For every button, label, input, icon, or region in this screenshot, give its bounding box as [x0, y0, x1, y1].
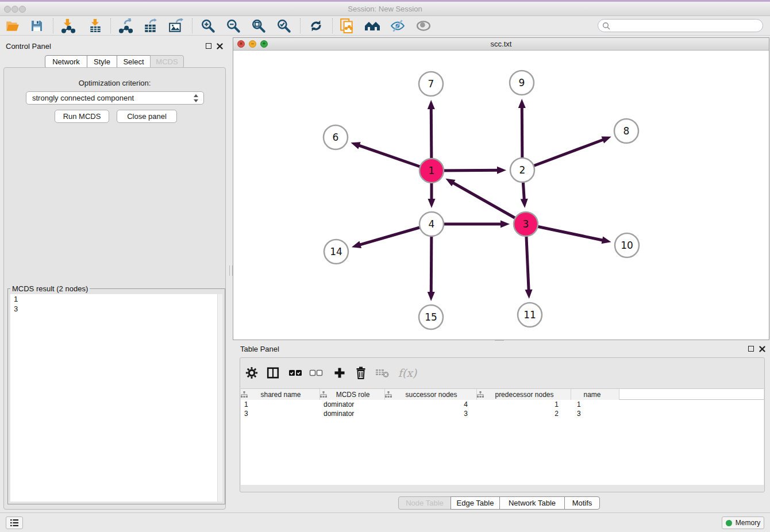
- mcds-result-line: 1: [10, 294, 222, 304]
- zoom-in-icon[interactable]: [200, 18, 216, 34]
- network-canvas[interactable]: 7968124314101511: [233, 51, 769, 340]
- toolbar-separator: [53, 18, 53, 33]
- node-9[interactable]: 9: [510, 71, 534, 95]
- add-column-icon[interactable]: [331, 364, 348, 381]
- column-header-label: successor nodes: [392, 391, 476, 399]
- table-cell: 1: [241, 400, 320, 409]
- node-table: shared nameMCDS rolesuccessor nodesprede…: [241, 388, 764, 485]
- list-icon: [10, 519, 19, 527]
- column-header-name[interactable]: name: [571, 389, 619, 400]
- tab-select[interactable]: Select: [117, 55, 151, 68]
- column-header-successor-nodes[interactable]: successor nodes: [385, 389, 477, 400]
- node-label: 2: [519, 164, 526, 176]
- tab-motifs[interactable]: Motifs: [564, 496, 600, 510]
- tab-style[interactable]: Style: [87, 55, 117, 68]
- table-toolbar: f(x): [240, 358, 764, 387]
- export-image-icon[interactable]: [168, 18, 184, 34]
- table-cell: 1: [477, 400, 571, 409]
- table-panel: Table Panel: [233, 342, 769, 511]
- node-6[interactable]: 6: [324, 125, 348, 149]
- column-type-icon: [385, 391, 392, 398]
- search-icon: [602, 22, 610, 30]
- close-panel-button[interactable]: Close panel: [117, 110, 177, 123]
- memory-status-dot: [726, 520, 732, 526]
- column-header-predecessor-nodes[interactable]: predecessor nodes: [477, 389, 571, 400]
- table-row[interactable]: 3dominator323: [241, 409, 764, 418]
- tab-network[interactable]: Network: [45, 55, 87, 68]
- delete-column-icon[interactable]: [352, 364, 369, 381]
- deselect-all-checkboxes-icon[interactable]: [307, 364, 325, 381]
- column-header-MCDS-role[interactable]: MCDS role: [320, 389, 385, 400]
- run-mcds-button[interactable]: Run MCDS: [55, 110, 109, 123]
- node-1[interactable]: 1: [419, 159, 444, 183]
- function-builder-icon[interactable]: f(x): [395, 364, 419, 381]
- zoom-selected-icon[interactable]: [276, 18, 292, 34]
- mcds-result-line: 3: [10, 304, 222, 314]
- network-window-titlebar[interactable]: × − + scc.txt: [233, 38, 769, 51]
- hide-eye-icon[interactable]: [390, 18, 406, 34]
- column-type-icon: [477, 391, 484, 398]
- node-label: 6: [333, 132, 339, 143]
- status-bar: Memory: [0, 512, 770, 532]
- refresh-icon[interactable]: [308, 18, 324, 34]
- edge-3-1[interactable]: [445, 179, 526, 224]
- export-table-icon[interactable]: [143, 18, 159, 34]
- copy-network-icon[interactable]: [339, 18, 355, 34]
- float-table-panel-icon[interactable]: [748, 346, 754, 352]
- memory-button[interactable]: Memory: [722, 516, 764, 529]
- mcds-result-group: MCDS result (2 nodes) 13: [7, 284, 225, 504]
- node-14[interactable]: 14: [324, 240, 348, 264]
- node-3[interactable]: 3: [514, 212, 538, 236]
- column-type-icon: [241, 391, 248, 398]
- tab-edge-table[interactable]: Edge Table: [451, 496, 500, 510]
- import-network-icon[interactable]: [60, 18, 76, 34]
- zoom-out-icon[interactable]: [225, 18, 241, 34]
- tab-node-table[interactable]: Node Table: [398, 496, 451, 510]
- node-15[interactable]: 15: [419, 305, 443, 329]
- settings-gear-icon[interactable]: [243, 364, 260, 381]
- node-10[interactable]: 10: [615, 233, 639, 257]
- node-11[interactable]: 11: [518, 303, 542, 327]
- column-header-shared-name[interactable]: shared name: [241, 389, 320, 400]
- edge-2-8[interactable]: [522, 136, 611, 170]
- table-cell: 1: [571, 400, 619, 409]
- table-cell: 3: [385, 409, 477, 418]
- delete-table-icon[interactable]: [374, 364, 391, 381]
- toggle-columns-icon[interactable]: [264, 364, 282, 381]
- control-panel: Control Panel NetworkStyleSelectMCDS Opt…: [0, 36, 229, 512]
- table-cell: dominator: [320, 400, 385, 409]
- export-network-icon[interactable]: [117, 18, 133, 34]
- search-field[interactable]: [598, 19, 763, 32]
- mcds-result-text[interactable]: 13: [10, 294, 222, 502]
- toolbar-separator: [110, 18, 111, 33]
- float-panel-icon[interactable]: [206, 43, 211, 49]
- import-table-icon[interactable]: [87, 18, 103, 34]
- memory-label: Memory: [736, 519, 760, 527]
- houses-icon[interactable]: [364, 18, 380, 34]
- node-8[interactable]: 8: [614, 119, 638, 143]
- criterion-dropdown[interactable]: strongly connected component: [26, 91, 204, 105]
- tab-network-table[interactable]: Network Table: [499, 496, 565, 510]
- select-all-checkboxes-icon[interactable]: [287, 364, 304, 381]
- edge-1-6[interactable]: [351, 142, 432, 171]
- table-row[interactable]: 1dominator411: [241, 400, 764, 409]
- zoom-fit-icon[interactable]: [251, 18, 267, 34]
- node-label: 8: [623, 125, 630, 137]
- column-header-label: MCDS role: [327, 391, 384, 399]
- node-4[interactable]: 4: [419, 212, 444, 236]
- tab-mcds[interactable]: MCDS: [150, 55, 184, 68]
- column-header-label: shared name: [248, 391, 319, 399]
- show-eye-icon[interactable]: [415, 18, 432, 34]
- close-table-panel-icon[interactable]: [759, 346, 765, 352]
- edge-3-10[interactable]: [526, 224, 611, 244]
- result-scrollbar[interactable]: [217, 294, 222, 502]
- task-list-button[interactable]: [6, 516, 23, 529]
- node-label: 1: [429, 165, 435, 176]
- node-2[interactable]: 2: [510, 158, 534, 182]
- save-session-icon[interactable]: [29, 18, 45, 34]
- search-input[interactable]: [610, 21, 763, 31]
- node-label: 15: [425, 311, 437, 323]
- open-session-icon[interactable]: [5, 18, 21, 34]
- node-7[interactable]: 7: [419, 72, 443, 96]
- close-panel-icon[interactable]: [217, 43, 223, 49]
